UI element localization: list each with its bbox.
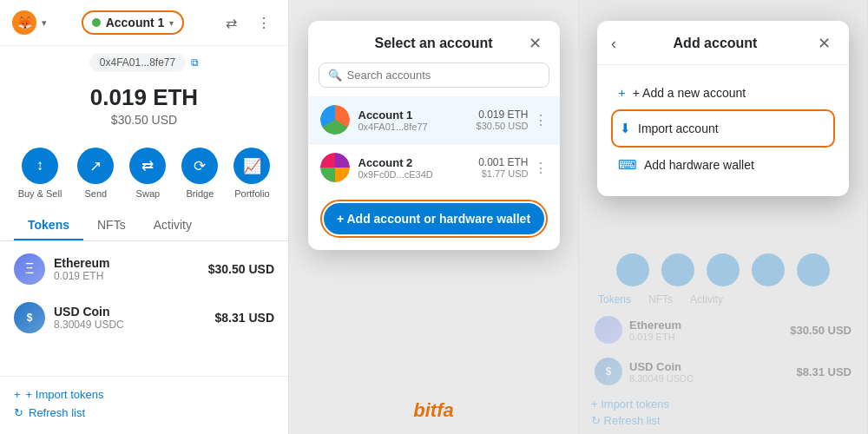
add-new-icon: + <box>618 85 626 100</box>
bitfa-logo: bitfa <box>413 399 453 421</box>
account1-avatar <box>320 105 350 135</box>
buy-sell-label: Buy & Sell <box>18 188 62 199</box>
swap-label: Swap <box>136 188 161 199</box>
network-chevron[interactable]: ▾ <box>42 17 47 29</box>
back-button[interactable]: ‹ <box>611 35 616 53</box>
eth-token-info: Ethereum 0.019 ETH <box>54 256 110 282</box>
import-tokens-link[interactable]: + + Import tokens <box>14 385 274 404</box>
import-account-option[interactable]: ⬇ Import account <box>611 109 835 148</box>
refresh-list-link[interactable]: ↻ Refresh list <box>14 404 274 422</box>
account-status-dot <box>92 18 101 27</box>
add-account-modal: ‹ Add account ✕ + + Add a new account ⬇ … <box>597 21 849 196</box>
account2-address: 0x9Fc0D...cE34D <box>358 169 433 180</box>
token-item-ethereum[interactable]: Ξ Ethereum 0.019 ETH $30.50 USD <box>0 245 288 293</box>
bridge-icon: ⟳ <box>181 148 218 184</box>
portfolio-button[interactable]: 📈 Portfolio <box>233 148 270 199</box>
tab-activity[interactable]: Activity <box>140 211 206 240</box>
eth-token-icon: Ξ <box>14 253 45 285</box>
account1-right: 0.019 ETH $30.50 USD ⋮ <box>477 108 548 131</box>
account1-name: Account 1 <box>358 108 428 122</box>
buy-sell-icon: ↕ <box>22 148 58 184</box>
account2-avatar-img <box>320 153 350 182</box>
account-search-bar: 🔍 <box>319 62 549 88</box>
panel1-header: 🦊 ▾ Account 1 ▾ ⇄ ⋮ <box>0 0 288 46</box>
usdc-token-icon: $ <box>14 302 45 333</box>
eth-token-value: $30.50 USD <box>208 262 274 276</box>
usd-balance-display: $30.50 USD <box>0 113 288 127</box>
account1-balance: 0.019 ETH $30.50 USD <box>477 108 529 131</box>
metamask-logo[interactable]: 🦊 <box>12 10 36 35</box>
add-account-panel: ‹ Add account ✕ + + Add a new account ⬇ … <box>579 0 868 434</box>
usdc-token-info: USD Coin 8.30049 USDC <box>54 305 124 331</box>
account-chevron-icon: ▾ <box>169 18 174 28</box>
hardware-label: Add hardware wallet <box>644 158 754 172</box>
send-icon: ↗ <box>77 148 114 184</box>
eth-token-amount: 0.019 ETH <box>54 270 110 282</box>
eth-token-name: Ethereum <box>54 256 110 270</box>
swap-icon: ⇄ <box>129 148 166 184</box>
panel1-footer: + + Import tokens ↻ Refresh list <box>0 376 288 434</box>
balance-section: 0.019 ETH $30.50 USD <box>0 79 288 139</box>
import-icon: ⬇ <box>620 121 631 136</box>
bridge-label: Bridge <box>186 188 214 199</box>
account2-eth: 0.001 ETH <box>478 156 528 168</box>
add-account-modal-header: ‹ Add account ✕ <box>597 21 849 65</box>
eth-usd-value: $30.50 USD <box>208 262 274 276</box>
account1-address: 0x4FA01...8fe77 <box>358 122 428 132</box>
eth-balance-display: 0.019 ETH <box>0 84 288 111</box>
usdc-usd-value: $8.31 USD <box>215 311 274 325</box>
account2-more-icon[interactable]: ⋮ <box>534 160 548 176</box>
tab-nfts[interactable]: NFTs <box>83 211 140 240</box>
account-search-input[interactable] <box>347 69 540 82</box>
token-item-usdc[interactable]: $ USD Coin 8.30049 USDC $8.31 USD <box>0 293 288 342</box>
account1-eth: 0.019 ETH <box>477 108 529 121</box>
account2-right: 0.001 ETH $1.77 USD ⋮ <box>478 156 547 179</box>
account1-left: Account 1 0x4FA01...8fe77 <box>320 105 428 135</box>
buy-sell-button[interactable]: ↕ Buy & Sell <box>18 148 62 199</box>
usdc-token-left: $ USD Coin 8.30049 USDC <box>14 302 124 333</box>
import-tokens-icon: + <box>14 388 21 401</box>
token-list: Ξ Ethereum 0.019 ETH $30.50 USD $ USD Co… <box>0 241 288 345</box>
select-account-panel: Select an account ✕ 🔍 Account 1 0x4FA01.… <box>289 0 579 434</box>
add-account-button[interactable]: + Add account or hardware wallet <box>324 203 544 234</box>
account-list-item-2[interactable]: Account 2 0x9Fc0D...cE34D 0.001 ETH $1.7… <box>308 144 560 191</box>
account2-usd: $1.77 USD <box>478 168 528 179</box>
account1-info: Account 1 0x4FA01...8fe77 <box>358 108 428 132</box>
account2-balance: 0.001 ETH $1.77 USD <box>478 156 528 179</box>
import-label: Import account <box>638 122 719 135</box>
eth-token-left: Ξ Ethereum 0.019 ETH <box>14 253 110 285</box>
account-list-item-1[interactable]: Account 1 0x4FA01...8fe77 0.019 ETH $30.… <box>308 96 560 143</box>
add-new-account-option[interactable]: + + Add a new account <box>611 76 835 109</box>
usdc-token-amount: 8.30049 USDC <box>54 319 124 331</box>
account2-avatar <box>320 153 350 182</box>
select-account-close-button[interactable]: ✕ <box>524 33 545 54</box>
hardware-icon: ⌨ <box>618 157 637 173</box>
tab-tokens[interactable]: Tokens <box>14 211 83 240</box>
add-account-close-button[interactable]: ✕ <box>814 33 835 54</box>
send-label: Send <box>85 188 108 199</box>
wallet-address[interactable]: 0x4FA01...8fe77 <box>89 53 186 72</box>
search-icon: 🔍 <box>328 69 342 82</box>
refresh-icon: ↻ <box>14 406 23 419</box>
send-button[interactable]: ↗ Send <box>77 148 114 199</box>
account-selector[interactable]: Account 1 ▾ <box>82 10 185 35</box>
more-icon[interactable]: ⋮ <box>252 10 276 35</box>
header-icons-group: ⇄ ⋮ <box>219 10 276 35</box>
add-new-label: + Add a new account <box>633 86 746 100</box>
transfer-icon[interactable]: ⇄ <box>219 10 243 35</box>
import-tokens-label: + Import tokens <box>26 388 104 401</box>
account1-more-icon[interactable]: ⋮ <box>534 112 548 128</box>
swap-button[interactable]: ⇄ Swap <box>129 148 166 199</box>
select-account-title: Select an account <box>374 36 492 51</box>
usdc-token-value: $8.31 USD <box>215 311 274 325</box>
select-account-modal: Select an account ✕ 🔍 Account 1 0x4FA01.… <box>308 21 560 250</box>
refresh-label: Refresh list <box>29 406 85 419</box>
bridge-button[interactable]: ⟳ Bridge <box>181 148 218 199</box>
hardware-wallet-option[interactable]: ⌨ Add hardware wallet <box>611 148 835 182</box>
address-bar: 0x4FA01...8fe77 ⧉ <box>0 46 288 79</box>
account2-name: Account 2 <box>358 156 433 169</box>
add-account-btn-wrapper: + Add account or hardware wallet <box>320 200 548 238</box>
account1-usd: $30.50 USD <box>477 121 529 131</box>
copy-address-icon[interactable]: ⧉ <box>191 56 199 69</box>
account2-info: Account 2 0x9Fc0D...cE34D <box>358 156 433 180</box>
